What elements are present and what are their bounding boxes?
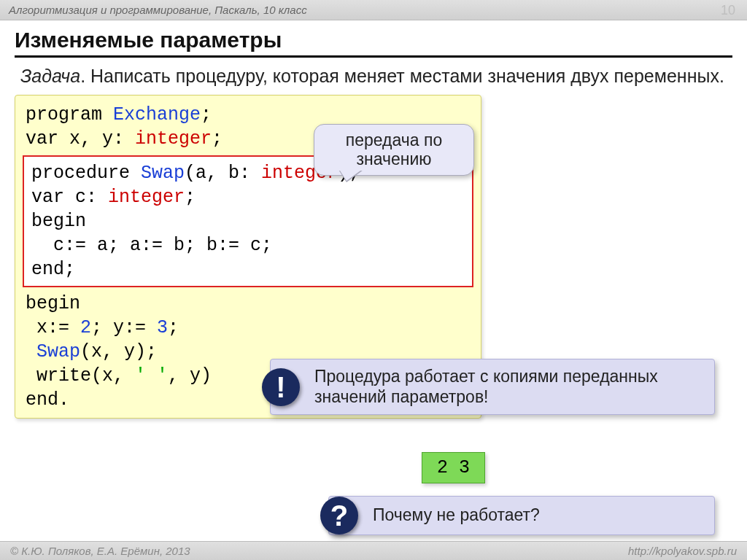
header-bar: Алгоритмизация и программирование, Паска… [0, 0, 747, 20]
task-label: Задача [20, 66, 80, 86]
course-title: Алгоритмизация и программирование, Паска… [9, 4, 307, 16]
note-exclaim: ! Процедура работает с копиями переданны… [270, 359, 715, 415]
note-question: ? Почему не работает? [328, 496, 715, 535]
callout-bubble: передача по значению [314, 124, 474, 176]
footer-url: http://kpolyakov.spb.ru [628, 545, 737, 557]
copyright: © К.Ю. Поляков, Е.А. Ерёмин, 2013 [10, 545, 190, 557]
page-number: 10 [721, 3, 735, 18]
footer-bar: © К.Ю. Поляков, Е.А. Ерёмин, 2013 http:/… [0, 541, 747, 560]
task-text: Задача. Написать процедуру, которая меня… [20, 65, 732, 88]
exclaim-icon: ! [262, 368, 300, 406]
program-output: 2 3 [422, 452, 485, 483]
question-icon: ? [320, 497, 358, 534]
slide-title: Изменяемые параметры [15, 28, 732, 58]
